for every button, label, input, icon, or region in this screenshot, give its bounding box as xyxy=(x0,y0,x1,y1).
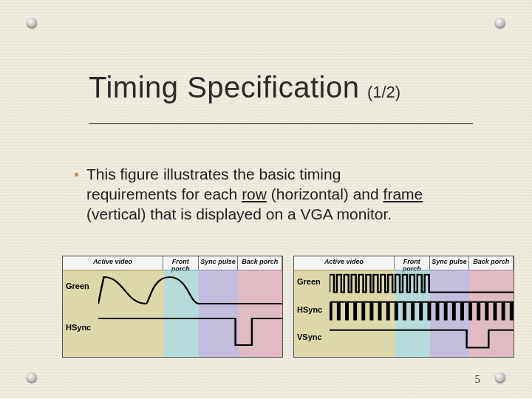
timing-figure-vertical: Active videoFront porchSync pulseBack po… xyxy=(293,256,514,358)
page-title: Timing Specification xyxy=(89,71,359,103)
screw-decoration xyxy=(27,18,37,28)
screw-decoration xyxy=(495,18,505,28)
signal-label: Green xyxy=(297,277,321,286)
bullet-item: • This figure illustrates the basic timi… xyxy=(74,164,473,224)
page-title-sub: (1/2) xyxy=(367,83,400,101)
bullet-underline-frame: frame xyxy=(383,185,423,202)
page-number: 5 xyxy=(475,373,481,386)
figures-row: Active videoFront porchSync pulseBack po… xyxy=(62,256,514,358)
segment-labels-row: Active videoFront porchSync pulseBack po… xyxy=(63,256,282,270)
segment-label: Front porch xyxy=(395,256,430,270)
bullet-part: (horizontal) and xyxy=(267,185,383,202)
bullet-icon: • xyxy=(74,164,79,185)
segment-label: Sync pulse xyxy=(199,256,239,270)
bullet-part: (vertical) that is displayed on a VGA mo… xyxy=(86,205,392,222)
bullet-underline-row: row xyxy=(242,185,267,202)
body: • This figure illustrates the basic timi… xyxy=(74,164,473,224)
title-rule xyxy=(89,123,473,124)
segment-label: Back porch xyxy=(238,256,282,270)
signal-label: Green xyxy=(66,282,89,290)
segment-labels-row: Active videoFront porchSync pulseBack po… xyxy=(294,256,514,270)
segment-label: Front porch xyxy=(163,256,199,270)
segment-label: Active video xyxy=(63,256,163,270)
signal-waveform xyxy=(98,270,283,311)
signal-label: HSync xyxy=(297,305,322,314)
signal-label: HSync xyxy=(66,323,91,332)
signal-waveform xyxy=(330,270,514,297)
signal-waveform xyxy=(330,297,514,324)
timing-figure-horizontal: Active videoFront porchSync pulseBack po… xyxy=(62,256,283,358)
segment-label: Active video xyxy=(294,256,395,270)
title-block: Timing Specification (1/2) xyxy=(89,71,473,124)
segment-label: Sync pulse xyxy=(430,256,470,270)
bullet-text: This figure illustrates the basic timing… xyxy=(86,164,434,224)
signal-waveform xyxy=(98,311,283,352)
signal-label: VSync xyxy=(297,332,322,341)
screw-decoration xyxy=(495,372,505,383)
signal-waveform xyxy=(330,325,514,352)
screw-decoration xyxy=(27,372,37,383)
segment-label: Back porch xyxy=(469,256,514,270)
